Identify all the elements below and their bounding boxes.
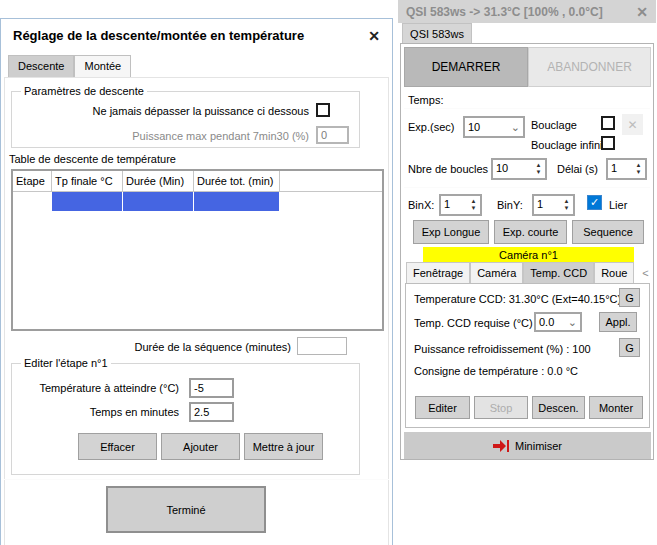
tab-descente[interactable]: Descente bbox=[8, 55, 74, 77]
binx-value: 1 bbox=[441, 196, 467, 214]
col-tp-finale: Tp finale °C bbox=[52, 171, 123, 191]
biny-stepper[interactable]: 1 ▲▼ bbox=[532, 194, 575, 216]
chevron-down-icon[interactable]: ⌄ bbox=[568, 318, 580, 326]
abort-button[interactable]: ABANDONNER bbox=[528, 47, 651, 87]
window-title: QSI 583ws -> 31.3°C [100% , 0.0°C] bbox=[406, 5, 603, 19]
exposure-value: 10 bbox=[468, 121, 480, 133]
camera-control-window: QSI 583ws -> 31.3°C [100% , 0.0°C] ✕ QSI… bbox=[398, 0, 656, 463]
descend-button[interactable]: Descen. bbox=[532, 396, 585, 419]
binx-label: BinX: bbox=[408, 199, 434, 211]
descent-table[interactable]: Etape Tp finale °C Durée (Min) Durée tot… bbox=[11, 169, 384, 331]
spin-up-icon[interactable]: ▲ bbox=[564, 198, 570, 205]
window-titlebar: Réglage de la descente/montée en tempéra… bbox=[1, 19, 392, 52]
infinite-loop-checkbox[interactable] bbox=[601, 136, 615, 150]
tab-roue[interactable]: Roue bbox=[594, 262, 634, 283]
max-power-label: Puissance max pendant 7min30 (%) bbox=[101, 130, 309, 142]
temp-ccd-panel: Temperature CCD: 31.30°C (Ext=40.15°C) G… bbox=[405, 283, 650, 428]
tab-qsi-583ws[interactable]: QSI 583ws bbox=[402, 23, 472, 43]
check-icon: ✓ bbox=[590, 196, 599, 209]
spin-down-icon[interactable]: ▼ bbox=[636, 169, 642, 176]
ccd-temperature-readout: Temperature CCD: 31.30°C (Ext=40.15°C) bbox=[414, 293, 621, 305]
stop-button[interactable]: Stop bbox=[474, 396, 528, 419]
spin-up-icon[interactable]: ▲ bbox=[536, 162, 542, 169]
loops-count-label: Nbre de boucles bbox=[408, 163, 488, 175]
loop-checkbox[interactable] bbox=[601, 116, 615, 130]
spin-up-icon[interactable]: ▲ bbox=[471, 198, 477, 205]
sequence-button[interactable]: Sequence bbox=[572, 220, 644, 244]
descent-table-header: Etape Tp finale °C Durée (Min) Durée tot… bbox=[13, 171, 382, 192]
done-button[interactable]: Terminé bbox=[106, 486, 266, 533]
time-minutes-input[interactable]: 2.5 bbox=[189, 402, 234, 422]
graph-button[interactable]: G bbox=[619, 338, 640, 357]
descent-table-label: Table de descente de température bbox=[9, 153, 176, 165]
loops-count-stepper[interactable]: 10 ▲▼ bbox=[491, 158, 547, 180]
start-button[interactable]: DEMARRER bbox=[404, 47, 528, 87]
target-temperature-label: Température à atteindre (°C) bbox=[31, 382, 179, 394]
biny-value: 1 bbox=[534, 196, 560, 214]
table-cell[interactable] bbox=[52, 192, 123, 211]
table-row[interactable] bbox=[13, 192, 382, 211]
col-filler bbox=[280, 171, 382, 191]
spin-down-icon[interactable]: ▼ bbox=[564, 205, 570, 212]
time-minutes-label: Temps en minutes bbox=[31, 406, 179, 418]
divider bbox=[404, 187, 650, 188]
add-button[interactable]: Ajouter bbox=[161, 433, 240, 460]
col-etape: Etape bbox=[13, 171, 52, 191]
spin-up-icon[interactable]: ▲ bbox=[636, 162, 642, 169]
window-titlebar: QSI 583ws -> 31.3°C [100% , 0.0°C] ✕ bbox=[398, 0, 656, 23]
exposure-label: Exp.(sec) bbox=[408, 121, 454, 133]
temperature-setpoint-readout: Consigne de température : 0.0 °C bbox=[414, 365, 578, 377]
cooling-power-readout: Puissance refroidissement (%) : 100 bbox=[414, 343, 591, 355]
table-cell[interactable] bbox=[13, 192, 52, 211]
loop-label: Bouclage bbox=[531, 119, 577, 131]
edit-button[interactable]: Editer bbox=[415, 396, 470, 419]
time-label: Temps: bbox=[408, 94, 443, 106]
max-power-input[interactable]: 0 bbox=[316, 126, 349, 144]
required-temp-value: 0.0 bbox=[539, 316, 554, 328]
required-temp-combobox[interactable]: 0.0 ⌄ bbox=[534, 312, 582, 332]
camera-panel: DEMARRER ABANDONNER Temps: Exp.(sec) 10 … bbox=[400, 43, 654, 460]
cancel-loop-icon[interactable]: ✕ bbox=[622, 114, 643, 135]
never-exceed-power-checkbox[interactable] bbox=[316, 103, 330, 117]
loops-count-value: 10 bbox=[493, 160, 532, 178]
close-icon[interactable]: ✕ bbox=[368, 28, 380, 44]
table-cell[interactable] bbox=[123, 192, 194, 211]
tab-camera[interactable]: Caméra bbox=[470, 262, 523, 283]
spin-down-icon[interactable]: ▼ bbox=[471, 205, 477, 212]
clear-button[interactable]: Effacer bbox=[78, 433, 157, 460]
biny-label: BinY: bbox=[497, 199, 523, 211]
tab-montee[interactable]: Montée bbox=[74, 55, 131, 77]
col-duree-tot: Durée tot. (min) bbox=[194, 171, 280, 191]
raise-button[interactable]: Monter bbox=[589, 396, 643, 419]
minimize-label: Minimiser bbox=[515, 440, 562, 452]
target-temperature-input[interactable]: -5 bbox=[189, 378, 234, 398]
temperature-settings-window: Réglage de la descente/montée en tempéra… bbox=[0, 18, 393, 545]
short-exposure-button[interactable]: Exp. courte bbox=[494, 220, 567, 244]
tab-scroll-left-icon[interactable]: < bbox=[642, 267, 648, 279]
divider bbox=[404, 108, 650, 109]
tab-temp-ccd[interactable]: Temp. CCD bbox=[523, 262, 594, 283]
close-icon[interactable]: ✕ bbox=[636, 4, 648, 20]
descent-rise-tabs: Descente Montée bbox=[8, 55, 131, 77]
link-bin-checkbox[interactable]: ✓ bbox=[587, 195, 602, 210]
camera-tabs: Fenêtrage Caméra Temp. CCD Roue < > bbox=[406, 262, 657, 283]
table-cell[interactable] bbox=[194, 192, 280, 211]
infinite-loop-label: Bouclage infini bbox=[531, 139, 603, 151]
graph-button[interactable]: G bbox=[619, 288, 640, 307]
update-button[interactable]: Mettre à jour bbox=[244, 433, 323, 460]
spin-down-icon[interactable]: ▼ bbox=[536, 169, 542, 176]
never-exceed-power-label: Ne jamais dépasser la puissance ci desso… bbox=[31, 105, 309, 117]
binx-stepper[interactable]: 1 ▲▼ bbox=[439, 194, 482, 216]
delay-stepper[interactable]: 1 ▲▼ bbox=[606, 158, 647, 180]
camera-banner: Caméra n°1 bbox=[423, 247, 634, 262]
exposure-combobox[interactable]: 10 ⌄ bbox=[463, 116, 525, 138]
delay-label: Délai (s) bbox=[557, 163, 598, 175]
link-bin-label: Lier bbox=[609, 199, 627, 211]
long-exposure-button[interactable]: Exp Longue bbox=[413, 220, 489, 244]
tab-fenetrage[interactable]: Fenêtrage bbox=[406, 262, 470, 283]
apply-button[interactable]: Appl. bbox=[599, 312, 637, 332]
minimize-button[interactable]: Minimiser bbox=[404, 432, 651, 459]
delay-value: 1 bbox=[608, 160, 632, 178]
sequence-duration-input[interactable] bbox=[297, 337, 347, 355]
chevron-down-icon[interactable]: ⌄ bbox=[511, 123, 523, 131]
